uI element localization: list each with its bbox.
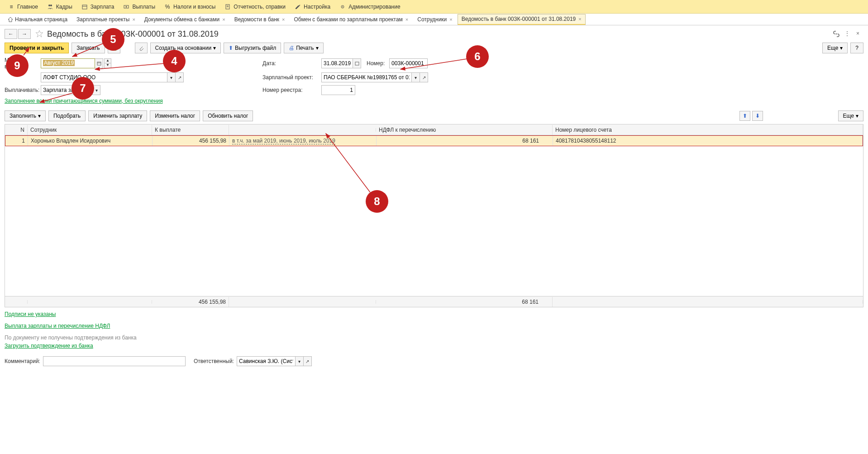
responsible-label: Ответственный: <box>194 358 234 364</box>
month-down-button[interactable]: ▼ <box>105 63 111 68</box>
close-icon[interactable]: × <box>856 30 863 38</box>
open-icon[interactable]: ↗ <box>176 72 184 82</box>
bottom-area: Подписи не указаны Выплата зарплаты и пе… <box>0 307 868 372</box>
col-employee[interactable]: Сотрудник <box>28 125 152 135</box>
registry-field[interactable] <box>321 85 355 95</box>
dropdown-icon[interactable]: ▾ <box>296 356 304 366</box>
fill-button[interactable]: Заполнить ▾ <box>5 110 46 121</box>
cell-ndfl: 68 161 <box>377 136 553 146</box>
table-toolbar: Заполнить ▾ Подобрать Изменить зарплату … <box>0 110 868 124</box>
menu-taxes[interactable]: %Налоги и взносы <box>160 0 220 13</box>
tab-salary-projects[interactable]: Зарплатные проекты× <box>72 14 139 25</box>
menu-hr[interactable]: Кадры <box>43 0 77 13</box>
cell-account: 40817810438055148112 <box>553 136 863 146</box>
chevron-down-icon: ▾ <box>856 113 858 119</box>
col-detail[interactable] <box>229 128 376 132</box>
favorite-star-icon[interactable] <box>35 30 43 38</box>
footer-ndfl: 68 161 <box>376 297 553 307</box>
post-and-close-button[interactable]: Провести и закрыть <box>5 43 69 53</box>
month-field[interactable]: Август 2019 <box>41 58 95 68</box>
print-button[interactable]: 🖨 Печать ▾ <box>284 43 323 53</box>
change-tax-button[interactable]: Изменить налог <box>150 110 200 121</box>
create-based-button[interactable]: Создать на основании ▾ <box>150 43 221 53</box>
grid-body[interactable]: 1 Хоронько Владлен Исидорович 456 155,98… <box>5 135 863 296</box>
row-down-button[interactable]: ⬇ <box>752 111 763 121</box>
table-row[interactable]: 1 Хоронько Владлен Исидорович 456 155,98… <box>5 135 863 146</box>
home-icon <box>8 17 13 22</box>
link-icon[interactable] <box>833 30 840 38</box>
post-button[interactable] <box>108 43 120 53</box>
update-tax-button[interactable]: Обновить налог <box>203 110 253 121</box>
number-field[interactable] <box>389 58 428 68</box>
menu-payments[interactable]: Выплаты <box>119 0 160 13</box>
people-icon <box>47 4 53 10</box>
tabs-bar: Начальная страница Зарплатные проекты× Д… <box>0 14 868 25</box>
dots-icon[interactable]: ⋮ <box>844 30 852 38</box>
calendar-icon[interactable] <box>95 58 103 68</box>
tab-employees[interactable]: Сотрудники× <box>413 14 456 25</box>
pay-label: Выплачивать: <box>5 87 41 93</box>
tab-current-doc[interactable]: Ведомость в банк 00ЗК-000001 от 31.08.20… <box>458 14 586 25</box>
row-up-button[interactable]: ⬆ <box>739 111 750 121</box>
svg-rect-14 <box>355 62 359 65</box>
open-icon[interactable]: ↗ <box>304 356 312 366</box>
more-button[interactable]: Еще ▾ <box>822 43 848 53</box>
dropdown-icon[interactable]: ▾ <box>412 72 420 82</box>
wrench-icon <box>295 4 301 10</box>
dropdown-icon[interactable]: ▾ <box>92 85 100 95</box>
col-ndfl[interactable]: НДФЛ к перечислению <box>376 125 553 135</box>
date-field[interactable] <box>321 58 353 68</box>
pick-button[interactable]: Подобрать <box>48 110 86 121</box>
close-icon[interactable]: × <box>578 16 581 22</box>
form-area: Месяц выплаты: Август 2019 ▲ ▼ Дата: Ном… <box>0 57 868 110</box>
save-button[interactable]: Записать <box>72 43 105 53</box>
pay-type-field[interactable] <box>41 85 91 95</box>
open-icon[interactable]: ↗ <box>420 72 428 82</box>
calendar-icon[interactable] <box>353 58 361 68</box>
doc-title: Ведомость в банк 00ЗК-000001 от 31.08.20… <box>47 29 219 39</box>
col-account[interactable]: Номер лицевого счета <box>553 125 863 135</box>
help-button[interactable]: ? <box>850 43 863 53</box>
menu-salary[interactable]: Зарплата <box>77 0 119 13</box>
tab-home[interactable]: Начальная страница <box>4 14 72 25</box>
tab-bank-exchange[interactable]: Обмен с банками по зарплатным проектам× <box>290 14 413 25</box>
cell-detail[interactable]: в т.ч. за май 2019, июнь 2019, июль 2019 <box>229 136 377 146</box>
nav-forward-button[interactable]: → <box>18 29 31 39</box>
close-icon[interactable]: × <box>282 17 285 22</box>
col-pay[interactable]: К выплате <box>152 125 229 135</box>
change-salary-button[interactable]: Изменить зарплату <box>88 110 147 121</box>
close-icon[interactable]: × <box>222 17 225 22</box>
close-icon[interactable]: × <box>449 17 452 22</box>
responsible-field[interactable] <box>237 356 296 366</box>
registry-label: Номер реестра: <box>262 87 321 93</box>
tab-bank-docs[interactable]: Документы обмена с банками× <box>140 14 229 25</box>
doc-toolbar: Провести и закрыть Записать Создать на о… <box>0 43 868 57</box>
load-confirm-link[interactable]: Загрузить подтверждение из банка <box>5 343 93 349</box>
close-icon[interactable]: × <box>405 17 408 22</box>
close-icon[interactable]: × <box>132 17 135 22</box>
organization-field[interactable] <box>41 72 167 82</box>
fill-rules-link[interactable]: Заполнение всеми причитающимися суммами,… <box>5 98 163 104</box>
svg-point-0 <box>48 5 50 6</box>
attach-button[interactable] <box>135 43 148 53</box>
gear-icon <box>339 4 346 10</box>
grid-footer: 456 155,98 68 161 <box>5 296 863 307</box>
employees-grid: N Сотрудник К выплате НДФЛ к перечислени… <box>5 124 863 307</box>
doc-header: ← → Ведомость в банк 00ЗК-000001 от 31.0… <box>0 25 868 43</box>
menu-main[interactable]: ≡Главное <box>4 0 43 13</box>
menu-reports[interactable]: Отчетность, справки <box>220 0 290 13</box>
svg-point-1 <box>50 5 52 6</box>
nav-back-button[interactable]: ← <box>5 29 17 39</box>
table-more-button[interactable]: Еще ▾ <box>838 110 863 121</box>
menu-settings[interactable]: Настройка <box>290 0 335 13</box>
dropdown-icon[interactable]: ▾ <box>167 72 176 82</box>
col-n[interactable]: N <box>5 125 28 135</box>
tab-statements[interactable]: Ведомости в банк× <box>230 14 289 25</box>
comment-field[interactable] <box>43 356 186 366</box>
export-file-button[interactable]: ⬆ Выгрузить файл <box>224 43 281 53</box>
signatures-link[interactable]: Подписи не указаны <box>5 311 56 317</box>
menu-admin[interactable]: Администрирование <box>335 0 405 13</box>
pay-ndfl-link[interactable]: Выплата зарплаты и перечисление НДФЛ <box>5 323 110 329</box>
export-icon: ⬆ <box>229 45 233 51</box>
project-field[interactable] <box>321 72 412 82</box>
